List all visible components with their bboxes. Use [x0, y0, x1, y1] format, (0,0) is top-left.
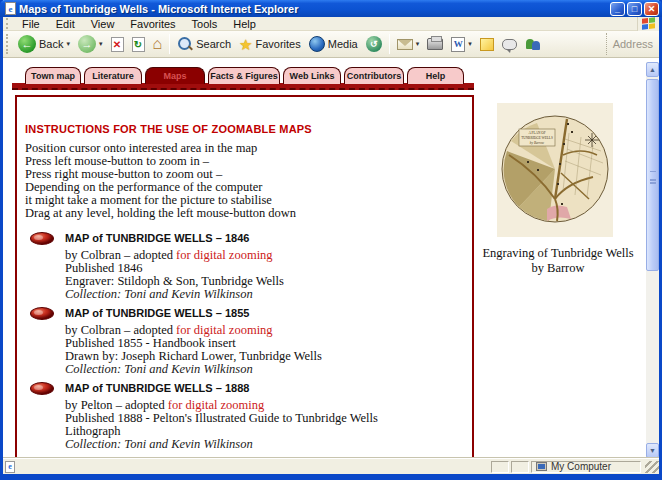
map-entry-details: Published 1846Engraver: Stildoph & Son, …	[65, 262, 462, 288]
favorites-button[interactable]: ★ Favorites	[235, 32, 305, 56]
my-computer-icon	[536, 462, 547, 471]
close-button[interactable]: ✕	[644, 2, 659, 16]
search-button[interactable]: Search	[173, 32, 235, 56]
edit-with-word-button[interactable]: W ▾	[447, 32, 476, 56]
minimize-button[interactable]: _	[610, 2, 625, 16]
status-document-icon: e	[5, 461, 15, 473]
back-icon: ←	[18, 35, 36, 53]
security-zone-label: My Computer	[551, 461, 611, 472]
maximize-button[interactable]: □	[627, 2, 642, 16]
media-label: Media	[328, 38, 358, 50]
mail-dropdown-icon[interactable]: ▾	[416, 40, 420, 48]
caption-line1: Engraving of Tunbridge Wells	[470, 246, 646, 261]
tab-label: Help	[426, 71, 446, 81]
site-tab[interactable]: Facts & Figures	[208, 67, 280, 84]
scroll-up-button[interactable]: ▲	[646, 62, 659, 77]
window-border-left	[0, 0, 3, 480]
tab-label: Town map	[31, 71, 75, 81]
window-title: Maps of Tunbridge Wells - Microsoft Inte…	[19, 3, 610, 15]
status-pane	[511, 461, 529, 473]
toolbar-separator	[169, 34, 170, 54]
map-entry-details: Published 1855 - Handbook insertDrawn by…	[65, 337, 462, 363]
site-tab[interactable]: Contributors	[344, 67, 404, 84]
mail-button[interactable]: ▾	[393, 32, 424, 56]
map-entry-details: Published 1888 - Pelton's Illustrated Gu…	[65, 412, 462, 438]
menu-grip[interactable]	[6, 18, 11, 28]
history-button[interactable]: ↺	[362, 32, 386, 56]
print-button[interactable]	[423, 32, 447, 56]
refresh-button[interactable]: ↻	[128, 32, 149, 56]
media-globe-icon	[309, 36, 325, 52]
favorites-star-icon: ★	[239, 37, 252, 52]
favorites-label: Favorites	[255, 38, 300, 50]
tab-label: Literature	[92, 71, 134, 81]
edit-dropdown-icon[interactable]: ▾	[468, 40, 472, 48]
messenger-icon	[525, 37, 541, 51]
menu-bar: File Edit View Favorites Tools Help	[3, 17, 659, 31]
toolbar-separator	[389, 34, 390, 54]
menu-item[interactable]: Edit	[48, 18, 83, 30]
engraving-map-graphic: A PLAN OF TUNBRIDGE WELLS by Barrow	[497, 103, 613, 237]
toolbar-grip[interactable]	[6, 34, 11, 55]
refresh-icon: ↻	[132, 37, 145, 52]
site-tab[interactable]: Town map	[25, 67, 81, 84]
map-zoom-pill-button[interactable]	[30, 307, 54, 320]
notes-button[interactable]	[476, 32, 498, 56]
scroll-down-button[interactable]: ▼	[646, 443, 659, 458]
engraving-caption: Engraving of Tunbridge Wells by Barrow	[470, 246, 646, 276]
menu-item[interactable]: Tools	[184, 18, 226, 30]
digital-zooming-link[interactable]: for digital zooming	[176, 323, 273, 337]
media-button[interactable]: Media	[305, 32, 362, 56]
tab-underline-bar	[12, 83, 474, 90]
map-entries-list: MAP of TUNBRIDGE WELLS – 1846 by Colbran…	[25, 232, 462, 458]
back-dropdown-icon[interactable]: ▾	[66, 40, 70, 48]
engraving-cartouche-line2: TUNBRIDGE WELLS	[521, 136, 553, 140]
tab-label: Facts & Figures	[210, 71, 278, 81]
messenger-button[interactable]	[521, 32, 545, 56]
scrollbar-thumb[interactable]	[646, 79, 659, 271]
map-zoom-pill-button[interactable]	[30, 232, 54, 245]
maps-content-box: INSTRUCTIONS FOR THE USE OF ZOOMABLE MAP…	[15, 95, 474, 458]
digital-zooming-link[interactable]: for digital zooming	[168, 398, 265, 412]
history-icon: ↺	[366, 36, 382, 52]
security-zone-pane: My Computer	[531, 461, 641, 473]
site-tab[interactable]: Literature	[84, 67, 142, 84]
resize-grip[interactable]	[645, 461, 659, 473]
home-button[interactable]: ⌂	[149, 32, 167, 56]
word-icon: W	[451, 37, 465, 52]
page-viewport: Town map Literature Maps Facts & Figures…	[3, 58, 659, 458]
digital-zooming-link[interactable]: for digital zooming	[176, 248, 273, 262]
address-bar-stub[interactable]: Address	[606, 33, 659, 55]
menu-item[interactable]: View	[83, 18, 123, 30]
search-label: Search	[196, 38, 231, 50]
site-tabs: Town map Literature Maps Facts & Figures…	[25, 67, 464, 84]
vertical-scrollbar[interactable]: ▲ ▼	[646, 62, 659, 458]
menu-item[interactable]: Help	[225, 18, 264, 30]
discuss-button[interactable]	[498, 32, 521, 56]
note-icon	[480, 38, 494, 51]
windows-logo	[637, 17, 659, 31]
menu-item[interactable]: File	[14, 18, 48, 30]
title-bar[interactable]: e Maps of Tunbridge Wells - Microsoft In…	[0, 0, 662, 17]
browser-window: e Maps of Tunbridge Wells - Microsoft In…	[0, 0, 662, 480]
map-entry-title: MAP of TUNBRIDGE WELLS – 1846	[65, 232, 462, 245]
site-tab[interactable]: Web Links	[283, 67, 341, 84]
map-entry: MAP of TUNBRIDGE WELLS – 1888 by Pelton …	[25, 382, 462, 451]
map-entry-collection: Collection: Toni and Kevin Wilkinson	[65, 438, 462, 451]
back-button[interactable]: ← Back ▾	[14, 32, 74, 56]
forward-button[interactable]: → ▾	[74, 32, 107, 56]
tab-label: Web Links	[290, 71, 335, 81]
stop-button[interactable]: ✕	[107, 32, 128, 56]
site-tab[interactable]: Help	[407, 67, 464, 84]
map-zoom-pill-button[interactable]	[30, 382, 54, 395]
tab-label: Maps	[163, 71, 186, 81]
site-tab[interactable]: Maps	[145, 67, 205, 84]
discuss-icon	[502, 39, 517, 50]
mail-icon	[397, 39, 413, 50]
map-entry-collection: Collection: Toni and Kevin Wilkinson	[65, 288, 462, 301]
stop-icon: ✕	[111, 37, 124, 52]
home-icon: ⌂	[153, 36, 163, 52]
forward-dropdown-icon[interactable]: ▾	[99, 40, 103, 48]
map-entry-title: MAP of TUNBRIDGE WELLS – 1888	[65, 382, 462, 395]
menu-item[interactable]: Favorites	[122, 18, 183, 30]
